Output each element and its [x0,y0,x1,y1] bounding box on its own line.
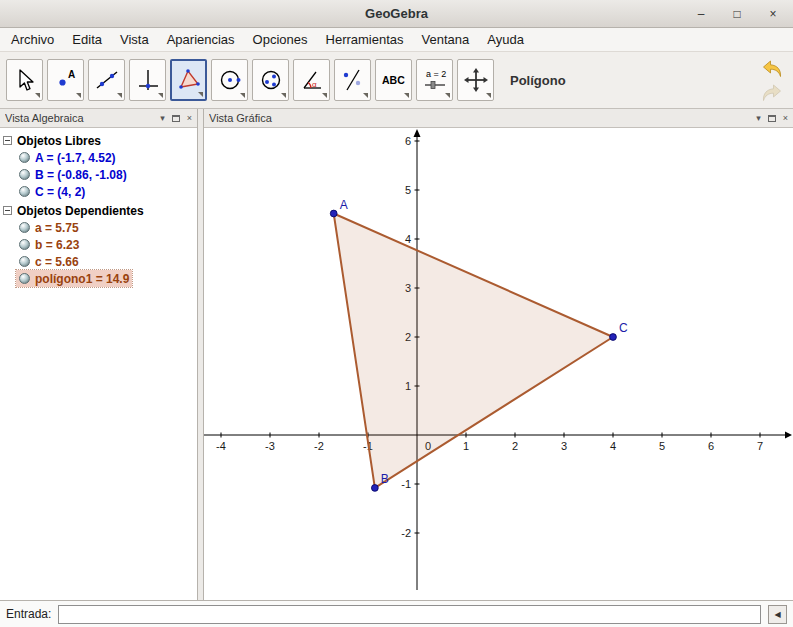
window-controls: – □ × [693,0,781,27]
graph-point-A[interactable] [330,210,337,217]
tree-section: Objetos LibresA = (-1.7, 4.52)B = (-0.86… [3,132,194,200]
algebra-item[interactable]: b = 6.23 [16,236,82,253]
menu-item-ventana[interactable]: Ventana [413,28,479,51]
tool-dropdown-caret-icon[interactable] [158,93,163,98]
graphics-panel-header: Vista Gráfica ▾ × [204,109,793,128]
tool-button-move-graphics-view[interactable] [457,59,494,101]
tool-dropdown-caret-icon[interactable] [240,93,245,98]
tool-button-reflect[interactable] [334,59,371,101]
y-tick-label: -2 [401,527,411,539]
line-icon [94,67,120,93]
visibility-marble-icon[interactable] [19,256,30,267]
x-tick-label: -4 [216,440,226,452]
menu-item-herramientas[interactable]: Herramientas [317,28,413,51]
menu-item-archivo[interactable]: Archivo [2,28,63,51]
window-title: GeoGebra [365,6,428,21]
input-bar-field[interactable] [58,605,761,624]
triangle-polygon[interactable] [334,214,613,488]
menu-item-vista[interactable]: Vista [111,28,158,51]
input-bar: Entrada: ◀ [0,600,793,627]
tree-section-label: Objetos Libres [17,134,101,148]
toolbar: AαABCa = 2 Polígono [0,52,793,109]
panel-close-icon[interactable]: × [187,114,192,123]
tool-dropdown-caret-icon[interactable] [117,93,122,98]
y-axis-arrow-icon [414,129,421,137]
tool-button-polygon[interactable] [170,59,207,101]
algebra-tree: Objetos LibresA = (-1.7, 4.52)B = (-0.86… [0,128,197,600]
graph-point-C[interactable] [610,334,617,341]
panel-menu-icon[interactable]: ▾ [756,114,761,123]
algebra-item[interactable]: A = (-1.7, 4.52) [16,149,119,166]
toolbar-tools: AαABCa = 2 [6,59,498,101]
algebra-item-label: c = 5.66 [35,255,79,269]
close-icon[interactable]: × [765,6,781,22]
algebra-item-label: polígono1 = 14.9 [35,272,129,286]
tool-button-perpendicular-line[interactable] [129,59,166,101]
algebra-item[interactable]: B = (-0.86, -1.08) [16,166,130,183]
x-tick-label: -3 [265,440,275,452]
visibility-marble-icon[interactable] [19,239,30,250]
tool-dropdown-caret-icon[interactable] [281,93,286,98]
tool-button-circle[interactable] [211,59,248,101]
tool-button-angle[interactable]: α [293,59,330,101]
panel-close-icon[interactable]: × [783,114,788,123]
menu-item-edita[interactable]: Edita [63,28,111,51]
x-tick-label: 7 [757,440,763,452]
maximize-icon[interactable]: □ [729,6,745,22]
tool-dropdown-caret-icon[interactable] [35,93,40,98]
redo-button[interactable] [759,81,785,103]
tool-dropdown-caret-icon[interactable] [76,93,81,98]
panel-detach-icon[interactable] [768,115,776,122]
tool-button-point[interactable]: A [47,59,84,101]
visibility-marble-icon[interactable] [19,222,30,233]
input-help-toggle-icon[interactable]: ◀ [768,605,787,624]
reflect-icon [340,67,366,93]
menu-item-apariencias[interactable]: Apariencias [158,28,244,51]
tool-button-line[interactable] [88,59,125,101]
tool-button-circle-three-points[interactable] [252,59,289,101]
tool-button-text[interactable]: ABC [375,59,412,101]
algebra-item-label: B = (-0.86, -1.08) [35,168,127,182]
tool-dropdown-caret-icon[interactable] [486,93,491,98]
graph-point-B[interactable] [371,485,378,492]
tool-dropdown-caret-icon[interactable] [198,92,203,97]
algebra-item[interactable]: C = (4, 2) [16,183,88,200]
titlebar[interactable]: GeoGebra – □ × [0,0,793,28]
tool-dropdown-caret-icon[interactable] [322,93,327,98]
algebra-item[interactable]: c = 5.66 [16,253,82,270]
perpendicular-line-icon [135,67,161,93]
algebra-item[interactable]: a = 5.75 [16,219,82,236]
collapse-icon[interactable] [3,206,12,215]
collapse-icon[interactable] [3,136,12,145]
polygon-icon [176,67,202,93]
input-bar-label: Entrada: [6,607,51,621]
algebra-item-label: b = 6.23 [35,238,79,252]
tool-dropdown-caret-icon[interactable] [445,93,450,98]
panel-menu-icon[interactable]: ▾ [160,114,165,123]
visibility-marble-icon[interactable] [19,169,30,180]
redo-icon [761,83,783,101]
tool-dropdown-caret-icon[interactable] [363,93,368,98]
graphics-canvas[interactable]: -4-3-2-11234567-2-11234560ABC [204,128,793,600]
menu-item-opciones[interactable]: Opciones [244,28,317,51]
x-tick-label: 3 [561,440,567,452]
tool-button-move[interactable] [6,59,43,101]
graph-point-label: C [619,321,628,335]
algebra-panel-title: Vista Algebraica [5,112,160,124]
y-tick-label: 5 [405,184,411,196]
algebra-item[interactable]: polígono1 = 14.9 [16,270,132,287]
tool-dropdown-caret-icon[interactable] [404,93,409,98]
tool-button-slider[interactable]: a = 2 [416,59,453,101]
visibility-marble-icon[interactable] [19,273,30,284]
minimize-icon[interactable]: – [693,6,709,22]
tree-section-header[interactable]: Objetos Libres [3,132,194,149]
visibility-marble-icon[interactable] [19,186,30,197]
panel-splitter[interactable] [197,109,204,600]
tree-section-header[interactable]: Objetos Dependientes [3,202,194,219]
visibility-marble-icon[interactable] [19,152,30,163]
svg-text:A: A [68,69,75,80]
algebra-panel-header: Vista Algebraica ▾ × [0,109,197,128]
undo-button[interactable] [759,57,785,79]
menu-item-ayuda[interactable]: Ayuda [478,28,533,51]
panel-detach-icon[interactable] [172,115,180,122]
